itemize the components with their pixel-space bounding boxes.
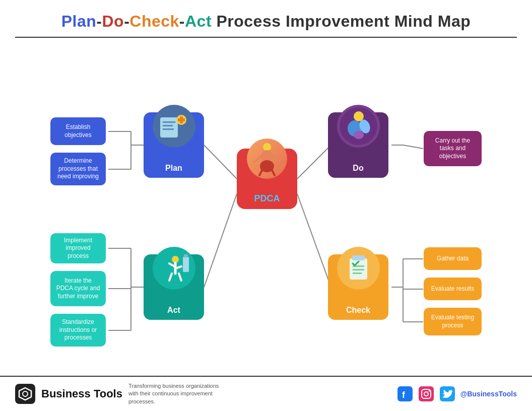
plan-illustration (155, 107, 193, 145)
facebook-icon: f (397, 386, 413, 402)
footer-tagline: Transforming business organizations with… (128, 382, 229, 405)
title-do: Do (102, 12, 124, 30)
svg-line-22 (254, 156, 261, 162)
footer-left: Business Tools Transforming business org… (15, 382, 229, 405)
svg-point-20 (263, 143, 271, 151)
leaf-implement: Implement improved process (50, 233, 106, 263)
title-rest: Process Improvement Mind Map (212, 12, 471, 30)
do-illustration (340, 107, 377, 145)
check-circle (337, 247, 380, 290)
pdca-illustration (249, 141, 285, 176)
svg-text:f: f (402, 390, 406, 400)
svg-line-25 (259, 170, 262, 175)
plan-node: Plan (144, 112, 204, 178)
footer: Business Tools Transforming business org… (0, 376, 532, 411)
svg-line-26 (272, 170, 275, 175)
svg-marker-56 (19, 388, 31, 400)
leaf-gather: Gather data (424, 247, 482, 270)
check-label: Check (346, 306, 370, 315)
title-check: Check (129, 12, 179, 30)
svg-rect-43 (184, 254, 188, 257)
pdca-label: PDCA (254, 193, 280, 204)
page-wrapper: Plan-Do-Check-Act Process Improvement Mi… (0, 0, 532, 411)
plan-circle (153, 105, 195, 148)
leaf-evaluate-results: Evaluate results (424, 278, 482, 300)
do-node: Do (328, 112, 388, 178)
svg-point-63 (428, 390, 430, 392)
svg-rect-34 (178, 118, 185, 121)
svg-line-0 (204, 145, 237, 179)
check-illustration (340, 249, 377, 287)
act-label: Act (167, 306, 180, 315)
title-act: Act (185, 12, 212, 30)
svg-line-1 (204, 194, 237, 287)
social-handle: @BusinessTools (460, 390, 517, 398)
act-circle (153, 247, 195, 290)
svg-rect-29 (163, 121, 175, 123)
svg-rect-55 (353, 272, 362, 274)
svg-rect-52 (352, 255, 365, 260)
check-node: Check (328, 254, 388, 320)
svg-rect-30 (163, 125, 173, 126)
twitter-icon (439, 386, 455, 402)
diagram-area: PDCA Plan (10, 38, 522, 376)
plan-label: Plan (165, 164, 182, 173)
do-circle (337, 105, 380, 148)
svg-line-3 (297, 194, 331, 287)
svg-point-48 (355, 112, 363, 120)
svg-rect-58 (397, 386, 413, 401)
svg-line-14 (403, 145, 423, 149)
leaf-iterate: Iterate the PDCA cycle and further impro… (50, 271, 106, 306)
leaf-determine: Determine processes that need improving (50, 153, 106, 185)
leaf-standardize: Standardize instructions or processes (50, 314, 106, 347)
svg-rect-54 (353, 269, 364, 270)
page-title: Plan-Do-Check-Act Process Improvement Mi… (20, 12, 512, 31)
svg-line-2 (297, 145, 331, 179)
svg-point-57 (23, 391, 28, 396)
svg-line-23 (273, 156, 279, 160)
footer-right: f @BusinessTools (397, 386, 517, 402)
pdca-node: PDCA (237, 149, 297, 209)
do-label: Do (353, 164, 363, 173)
act-node: Act (144, 254, 204, 320)
footer-logo (15, 384, 35, 404)
header: Plan-Do-Check-Act Process Improvement Mi… (0, 0, 532, 37)
svg-rect-42 (183, 257, 189, 272)
svg-point-49 (354, 131, 364, 139)
instagram-icon (418, 386, 434, 402)
footer-brand: Business Tools (41, 387, 122, 400)
svg-rect-60 (419, 386, 434, 401)
logo-icon (18, 387, 32, 401)
act-illustration (155, 249, 193, 287)
title-plan: Plan (61, 12, 97, 30)
leaf-carry: Carry out the tasks and objectives (424, 131, 482, 166)
leaf-evaluate-testing: Evaluate testing process (424, 308, 482, 335)
pdca-circle (247, 139, 287, 179)
leaf-establish: Establish objectives (50, 117, 106, 145)
svg-rect-31 (163, 128, 174, 130)
svg-rect-28 (160, 117, 178, 138)
